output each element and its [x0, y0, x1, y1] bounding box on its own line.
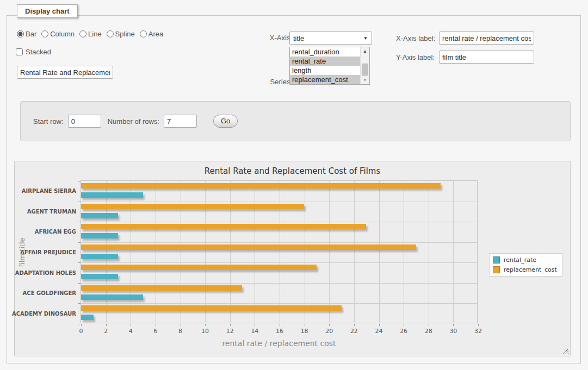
start-row-label: Start row: [33, 117, 64, 126]
bar-rental_rate [81, 213, 118, 218]
x-axis-label-label: X-Axis label: [396, 34, 435, 42]
chevron-down-icon: ▼ [363, 36, 368, 41]
chart-type-radio-label: Column [50, 30, 75, 38]
gridline-vertical [205, 181, 206, 323]
chart-type-radio-label: Area [148, 30, 163, 38]
category-label: AGENT TRUMAN [27, 202, 81, 222]
x-tick-label: 22 [350, 328, 358, 335]
x-axis-label-input[interactable] [439, 32, 534, 45]
y-axis-label-input[interactable] [439, 51, 534, 64]
x-axis-select-label: X-Axis: [246, 34, 292, 42]
legend-label: rental_rate [504, 256, 536, 264]
gridline-vertical [305, 181, 305, 323]
category-label: ACE GOLDFINGER [23, 283, 81, 304]
x-tick-mark [156, 324, 156, 326]
chart-type-option-spline[interactable]: Spline [107, 30, 135, 38]
series-option-rental_rate[interactable]: rental_rate [290, 57, 360, 66]
legend-swatch [493, 266, 500, 273]
x-axis-select[interactable]: title ▼ [289, 32, 372, 45]
gridline-vertical [230, 181, 231, 323]
chart-plot-area: 02468101214161820222426283032AIRPLANE SI… [81, 180, 478, 323]
gridline-vertical [379, 181, 380, 323]
gridline-vertical [255, 181, 255, 323]
series-option-replacement_cost[interactable]: replacement_cost [290, 75, 360, 84]
chart-type-option-line[interactable]: Line [79, 30, 102, 38]
series-multiselect[interactable]: rental_durationrental_ratelengthreplacem… [289, 47, 370, 85]
x-tick-mark [453, 324, 454, 326]
series-option-rental_duration[interactable]: rental_duration [290, 47, 360, 57]
bar-replacement_cost [81, 244, 416, 250]
gridline-vertical [354, 181, 355, 323]
category-label: ACADEMY DINOSAUR [12, 303, 81, 324]
gridline-horizontal [81, 202, 477, 202]
x-tick-label: 14 [251, 328, 258, 335]
gridline-vertical [131, 181, 131, 323]
resize-handle-icon[interactable] [562, 348, 568, 354]
go-button[interactable]: Go [213, 115, 238, 128]
category-label: AIRPLANE SIERRA [22, 181, 81, 202]
bar-replacement_cost [81, 305, 342, 311]
chart-type-radio-column[interactable] [41, 30, 48, 37]
stacked-label: Stacked [26, 48, 51, 56]
gridline-vertical [106, 181, 107, 323]
chart-type-radio-spline[interactable] [107, 30, 114, 37]
series-scrollbar[interactable]: ▲ ▼ [360, 47, 369, 84]
chart-type-radio-bar[interactable] [17, 30, 24, 37]
gridline-horizontal [81, 222, 477, 222]
x-tick-label: 18 [301, 328, 308, 335]
bar-replacement_cost [81, 204, 304, 209]
x-tick-mark [230, 324, 231, 326]
chart-type-radio-label: Bar [26, 30, 36, 38]
x-tick-mark [478, 324, 479, 326]
stacked-checkbox[interactable] [16, 48, 23, 55]
scroll-down-icon[interactable]: ▼ [361, 76, 369, 84]
page: Display chart BarColumnLineSplineArea St… [0, 0, 588, 370]
x-tick-label: 4 [129, 328, 133, 335]
gridline-vertical [404, 181, 404, 323]
chart-type-option-area[interactable]: Area [140, 30, 163, 38]
x-tick-label: 16 [276, 328, 283, 335]
chart-type-radio-label: Spline [115, 30, 135, 38]
gridline-vertical [453, 181, 454, 323]
x-tick-mark [354, 324, 355, 326]
x-tick-label: 8 [178, 328, 182, 335]
bar-replacement_cost [81, 183, 441, 189]
legend-item-rental_rate: rental_rate [493, 256, 557, 264]
series-option-length[interactable]: length [290, 66, 360, 75]
bar-rental_rate [81, 233, 118, 239]
chart-type-option-bar[interactable]: Bar [17, 30, 36, 38]
x-tick-mark [404, 324, 404, 326]
chart-type-option-column[interactable]: Column [41, 30, 75, 38]
x-tick-mark [305, 324, 305, 326]
chart-type-radio-area[interactable] [140, 30, 147, 37]
chart-title-input[interactable] [17, 66, 113, 79]
bar-rental_rate [81, 192, 143, 198]
x-tick-label: 6 [153, 328, 157, 335]
number-of-rows-label: Number of rows: [108, 117, 159, 126]
series-select-label: Series: [246, 78, 292, 86]
fieldset-legend: Display chart [17, 4, 78, 18]
start-row-input[interactable] [68, 115, 101, 128]
gridline-vertical [329, 181, 330, 323]
category-label: ADAPTATION HOLES [15, 262, 81, 283]
legend-swatch [493, 256, 500, 264]
legend-label: replacement_cost [504, 266, 557, 273]
chart-type-radio-line[interactable] [79, 30, 86, 37]
gridline-horizontal [81, 283, 477, 284]
chart-panel: Rental Rate and Replacement Cost of Film… [14, 161, 571, 356]
gridline-vertical [429, 181, 429, 323]
scrollbar-thumb[interactable] [362, 64, 368, 76]
number-of-rows-input[interactable] [164, 115, 197, 128]
chart-x-axis-title: rental rate / replacement cost [81, 339, 478, 348]
x-tick-label: 24 [375, 328, 383, 335]
scroll-up-icon[interactable]: ▲ [361, 47, 369, 55]
gridline-vertical [280, 181, 280, 323]
x-tick-mark [131, 324, 131, 326]
gridline-horizontal [81, 242, 477, 243]
chart-legend: rental_ratereplacement_cost [489, 253, 562, 277]
x-tick-label: 12 [226, 328, 234, 335]
x-tick-label: 0 [79, 328, 83, 335]
x-tick-label: 2 [104, 328, 108, 335]
bar-rental_rate [81, 254, 118, 259]
category-label: AFRICAN EGG [35, 222, 81, 242]
